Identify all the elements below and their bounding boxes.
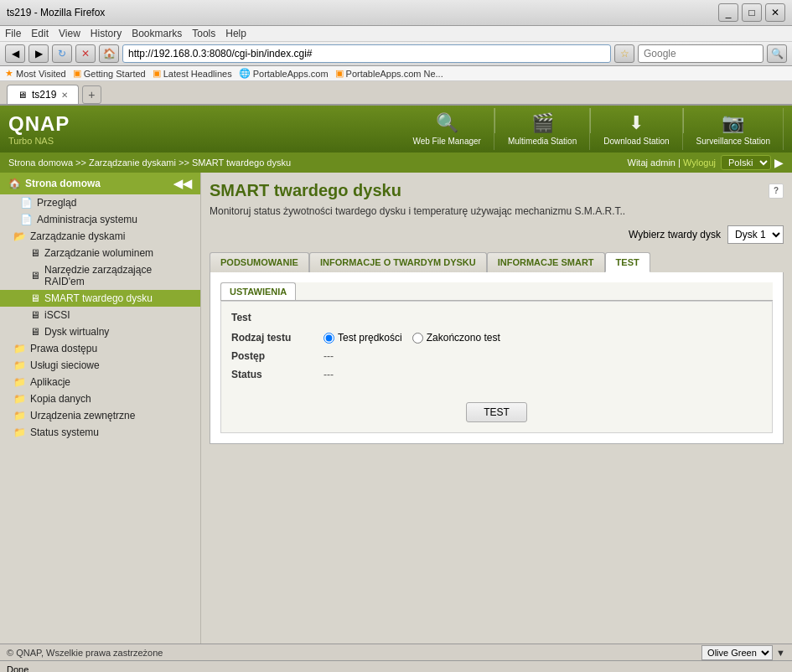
tab-ts219[interactable]: 🖥 ts219 ✕ [7,85,79,104]
multimedia-station-icon: 🎬 [531,112,554,134]
download-station-icon: ⬇ [629,112,644,134]
theme-arrow: ▼ [776,648,785,658]
qnap-app: QNAP Turbo NAS 🔍 Web File Manager 🎬 Mult… [0,106,792,660]
rss-icon-3: ▣ [335,68,344,79]
web-file-manager-icon: 🔍 [436,112,458,134]
radio-test-predkosci[interactable]: Test prędkości [324,332,402,344]
disk-icon-2: 🖥 [30,270,40,282]
sidebar-item-kopia-danych[interactable]: 📁 Kopia danych [0,390,200,407]
rodzaj-testu-label: Rodzaj testu [231,332,315,344]
radio-test-predkosci-input[interactable] [324,333,334,344]
test-content-box: Test Rodzaj testu Test prędkości [220,301,773,433]
minimize-btn[interactable]: _ [718,3,738,22]
menu-history[interactable]: History [91,28,122,39]
main-panel: SMART twardego dysku ? Monitoruj status … [201,173,792,644]
folder-icon-1: 📁 [13,343,26,354]
status-right: Olive Green ▼ [701,645,785,660]
disk-select-label: Wybierz twardy dysk [629,229,721,240]
disk-icon-3: 🖥 [30,292,40,304]
language-select[interactable]: Polski [721,155,771,170]
sidebar-item-przeglad[interactable]: 📄 Przegląd [0,194,200,211]
welcome-text: Witaj admin | Wyloguj [628,158,716,168]
administracja-icon: 📄 [20,214,33,225]
sidebar-item-status-systemu[interactable]: 📁 Status systemu [0,424,200,441]
bookmark-most-visited[interactable]: ★ Most Visited [5,68,66,79]
disk-icon-1: 🖥 [30,247,40,259]
radio-zakonczone[interactable]: Zakończono test [412,332,500,344]
stop-btn[interactable]: ✕ [75,44,96,63]
menu-tools[interactable]: Tools [192,28,215,39]
bookmark-portableapps[interactable]: 🌐 PortableApps.com [239,68,329,79]
folder-icon-2: 📁 [13,359,26,371]
bookmark-latest-headlines[interactable]: ▣ Latest Headlines [153,68,232,79]
theme-select[interactable]: Olive Green [701,645,773,660]
sidebar-item-smart[interactable]: 🖥 SMART twardego dysku [0,290,200,307]
qnap-subtitle: Turbo NAS [8,136,70,146]
sub-tab-ustawienia[interactable]: USTAWIENIA [220,282,296,300]
test-button[interactable]: TEST [466,402,527,422]
tab-icon: 🖥 [18,90,27,100]
menu-bookmarks[interactable]: Bookmarks [132,28,182,39]
radio-zakonczone-input[interactable] [412,333,423,344]
tab-close-btn[interactable]: ✕ [61,90,68,100]
content-box: USTAWIENIA Test Rodzaj testu Test prędko… [210,272,784,444]
sidebar-item-aplikacje[interactable]: 📁 Aplikacje [0,374,200,390]
status-bar: © QNAP, Wszelkie prawa zastrzeżone Olive… [0,644,792,660]
nav-multimedia-station-label: Multimedia Station [508,137,577,146]
sidebar-item-iscsi[interactable]: 🖥 iSCSI [0,307,200,323]
folder-icon-6: 📁 [13,426,26,438]
back-btn[interactable]: ◀ [5,44,25,63]
nav-web-file-manager-label: Web File Manager [412,137,481,146]
bookmark-portableapps-ne[interactable]: ▣ PortableApps.com Ne... [335,68,443,79]
sub-tabs: USTAWIENIA [220,282,773,301]
form-row-rodzaj-testu: Rodzaj testu Test prędkości Zakończono t… [231,332,762,344]
tab-label: ts219 [32,89,56,101]
nav-download-station[interactable]: ⬇ Download Station [591,108,682,150]
disk-select-row: Wybierz twardy dysk Dysk 1 Dysk 2 [210,225,784,244]
menu-view[interactable]: View [59,28,80,39]
logout-link[interactable]: Wyloguj [683,158,716,168]
page-description: Monitoruj status żywotności twardego dys… [210,205,784,217]
sidebar-item-woluminem[interactable]: 🖥 Zarządzanie woluminem [0,245,200,261]
menu-edit[interactable]: Edit [31,28,49,39]
sidebar-item-administracja[interactable]: 📄 Administracja systemu [0,211,200,228]
close-btn[interactable]: ✕ [765,3,785,22]
content-tabs: PODSUMOWANIE INFORMACJE O TWARDYM DYSKU … [210,252,784,272]
browser-window: ts219 - Mozilla Firefox _ □ ✕ File Edit … [0,0,792,672]
home-btn[interactable]: 🏠 [99,44,119,63]
bookmark-star[interactable]: ☆ [614,44,634,63]
sidebar-collapse-btn[interactable]: ◀◀ [173,177,192,190]
qnap-topbar: Strona domowa >> Zarządzanie dyskami >> … [0,152,792,173]
folder-icon-5: 📁 [13,410,26,421]
bookmark-getting-started[interactable]: ▣ Getting Started [73,68,146,79]
nav-surveillance-station[interactable]: 📷 Surveillance Station [684,108,784,150]
menu-help[interactable]: Help [225,28,246,39]
tab-informacje-o-dysku[interactable]: INFORMACJE O TWARDYM DYSKU [309,252,487,272]
reload-btn[interactable]: ↻ [52,44,72,63]
tab-informacje-smart[interactable]: INFORMACJE SMART [487,252,605,272]
new-tab-btn[interactable]: + [82,85,101,104]
nav-multimedia-station[interactable]: 🎬 Multimedia Station [495,108,590,150]
status-value: --- [324,369,334,380]
url-bar[interactable] [122,44,611,63]
sidebar-item-urzadzenia[interactable]: 📁 Urządzenia zewnętrzne [0,407,200,424]
radio-group-test: Test prędkości Zakończono test [324,332,500,344]
sidebar-item-uslugi-sieciowe[interactable]: 📁 Usługi sieciowe [0,357,200,374]
sidebar-item-dysk-wirtualny[interactable]: 🖥 Dysk wirtualny [0,323,200,340]
sidebar-item-zarzadzanie-dyskami[interactable]: 📂 Zarządzanie dyskami [0,228,200,245]
nav-web-file-manager[interactable]: 🔍 Web File Manager [400,108,494,150]
tabs-bar: 🖥 ts219 ✕ + [0,81,792,106]
disk-select[interactable]: Dysk 1 Dysk 2 [727,225,784,244]
tab-podsumowanie[interactable]: PODSUMOWANIE [210,252,309,272]
sidebar-item-raid[interactable]: 🖥 Narzędzie zarządzające RAID'em [0,261,200,290]
search-input[interactable] [638,44,764,63]
folder-open-icon: 📂 [13,230,26,242]
sidebar-item-prawa-dostepu[interactable]: 📁 Prawa dostępu [0,340,200,357]
sidebar-title: Strona domowa [25,178,101,189]
maximize-btn[interactable]: □ [742,3,762,22]
menu-file[interactable]: File [5,28,21,39]
help-button[interactable]: ? [769,184,784,199]
search-btn[interactable]: 🔍 [767,44,787,63]
forward-btn[interactable]: ▶ [28,44,49,63]
tab-test[interactable]: TEST [605,252,650,272]
